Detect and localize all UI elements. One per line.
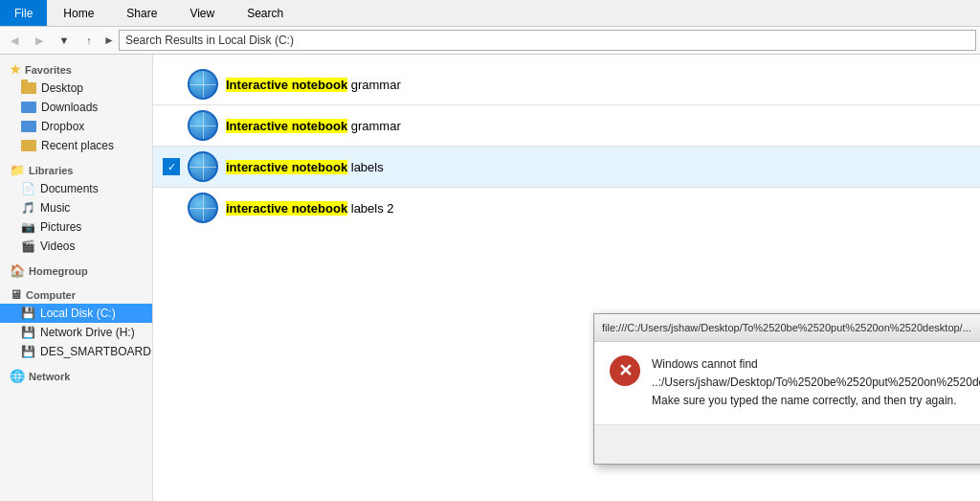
error-x-icon: ✕ xyxy=(618,360,633,381)
tab-search[interactable]: Search xyxy=(231,0,300,26)
sidebar-label-pictures: Pictures xyxy=(40,220,81,234)
videos-icon: 🎬 xyxy=(21,239,35,253)
homegroup-icon: 🏠 xyxy=(10,263,25,278)
homegroup-header[interactable]: 🏠 Homegroup xyxy=(0,260,152,280)
smartboard-icon: 💾 xyxy=(21,345,35,358)
libraries-header[interactable]: 📁 Libraries xyxy=(0,159,152,179)
star-icon: ★ xyxy=(10,62,21,77)
folder-icon-downloads xyxy=(21,102,36,113)
sidebar-label-network-drive: Network Drive (H:) xyxy=(40,326,135,339)
local-disk-icon: 💾 xyxy=(21,307,35,320)
path-separator: ► xyxy=(103,34,115,47)
forward-button[interactable]: ▶ xyxy=(29,30,50,51)
dialog-message: Windows cannot find ..:/Users/jshaw/Desk… xyxy=(652,355,980,411)
dialog-title: file:///C:/Users/jshaw/Desktop/To%2520be… xyxy=(602,322,971,333)
tabs-row: File Home Share View Search xyxy=(0,0,980,26)
sidebar-item-dropbox[interactable]: Dropbox xyxy=(0,117,152,136)
sidebar-item-recent[interactable]: Recent places xyxy=(0,136,152,155)
homegroup-section: 🏠 Homegroup xyxy=(0,260,152,280)
sidebar-item-network-drive[interactable]: 💾 Network Drive (H:) xyxy=(0,323,152,342)
sidebar-label-documents: Documents xyxy=(40,182,99,195)
network-drive-icon: 💾 xyxy=(21,326,35,339)
folder-icon-desktop xyxy=(21,82,36,94)
address-bar: ◀ ▶ ▼ ↑ ► Search Results in Local Disk (… xyxy=(0,27,980,55)
sidebar-label-videos: Videos xyxy=(40,239,75,253)
libraries-label: Libraries xyxy=(29,165,73,176)
sidebar-item-pictures[interactable]: 📷 Pictures xyxy=(0,217,152,237)
music-icon: 🎵 xyxy=(21,201,35,215)
sidebar-item-videos[interactable]: 🎬 Videos xyxy=(0,237,152,256)
docs-icon: 📄 xyxy=(21,182,35,195)
sidebar-label-dropbox: Dropbox xyxy=(41,120,84,133)
computer-section: 🖥 Computer 💾 Local Disk (C:) 💾 Network D… xyxy=(0,284,152,361)
dialog-overlay: file:///C:/Users/jshaw/Desktop/To%2520be… xyxy=(153,55,980,501)
tab-share[interactable]: Share xyxy=(110,0,173,26)
computer-icon: 🖥 xyxy=(10,287,22,302)
address-path[interactable]: Search Results in Local Disk (C:) xyxy=(119,30,976,51)
sidebar-label-music: Music xyxy=(40,201,70,215)
sidebar-item-desktop[interactable]: Desktop xyxy=(0,79,152,98)
dialog-line1: Windows cannot find xyxy=(652,355,980,374)
libraries-section: 📁 Libraries 📄 Documents 🎵 Music 📷 Pictur… xyxy=(0,159,152,256)
libraries-icon: 📁 xyxy=(10,163,25,177)
network-icon: 🌐 xyxy=(10,369,25,383)
sidebar-label-smartboard: DES_SMARTBOARD xyxy=(40,345,151,358)
dialog-titlebar: file:///C:/Users/jshaw/Desktop/To%2520be… xyxy=(594,314,980,342)
network-section: 🌐 Network xyxy=(0,365,152,385)
sidebar: ★ Favorites Desktop Downloads Dropbox Re… xyxy=(0,55,153,501)
network-header[interactable]: 🌐 Network xyxy=(0,365,152,385)
computer-label: Computer xyxy=(26,289,76,301)
folder-icon-dropbox xyxy=(21,121,36,132)
dialog-body: ✕ Windows cannot find ..:/Users/jshaw/De… xyxy=(594,342,980,424)
network-label: Network xyxy=(29,371,70,382)
dialog-line2: ..:/Users/jshaw/Desktop/To%2520be%2520pu… xyxy=(652,374,980,392)
sidebar-item-local-disk[interactable]: 💾 Local Disk (C:) xyxy=(0,304,152,323)
computer-header[interactable]: 🖥 Computer xyxy=(0,284,152,304)
error-icon: ✕ xyxy=(610,355,640,386)
path-text: Search Results in Local Disk (C:) xyxy=(125,34,294,47)
sidebar-label-recent: Recent places xyxy=(41,139,114,152)
sidebar-label-desktop: Desktop xyxy=(41,81,83,95)
sidebar-item-music[interactable]: 🎵 Music xyxy=(0,198,152,217)
pictures-icon: 📷 xyxy=(21,220,35,234)
main-layout: ★ Favorites Desktop Downloads Dropbox Re… xyxy=(0,55,980,501)
error-dialog: file:///C:/Users/jshaw/Desktop/To%2520be… xyxy=(593,313,980,465)
tab-file[interactable]: File xyxy=(0,0,47,26)
favorites-header[interactable]: ★ Favorites xyxy=(0,58,152,79)
sidebar-item-documents[interactable]: 📄 Documents xyxy=(0,179,152,198)
sidebar-item-smartboard[interactable]: 💾 DES_SMARTBOARD xyxy=(0,342,152,361)
dialog-footer: OK xyxy=(594,424,980,464)
ribbon: File Home Share View Search xyxy=(0,0,980,27)
content-area: Interactive notebook grammar Interactive… xyxy=(153,55,980,501)
homegroup-label: Homegroup xyxy=(29,265,88,277)
back-button[interactable]: ◀ xyxy=(4,30,25,51)
tab-view[interactable]: View xyxy=(173,0,231,26)
dialog-line3: Make sure you typed the name correctly, … xyxy=(652,392,980,410)
favorites-section: ★ Favorites Desktop Downloads Dropbox Re… xyxy=(0,58,152,155)
sidebar-item-downloads[interactable]: Downloads xyxy=(0,98,152,117)
tab-home[interactable]: Home xyxy=(47,0,110,26)
up-button[interactable]: ↑ xyxy=(78,30,100,51)
folder-icon-recent xyxy=(21,140,36,151)
sidebar-label-downloads: Downloads xyxy=(41,101,98,114)
sidebar-label-local-disk: Local Disk (C:) xyxy=(40,307,116,320)
favorites-label: Favorites xyxy=(25,64,72,76)
dropdown-button[interactable]: ▼ xyxy=(54,30,75,51)
